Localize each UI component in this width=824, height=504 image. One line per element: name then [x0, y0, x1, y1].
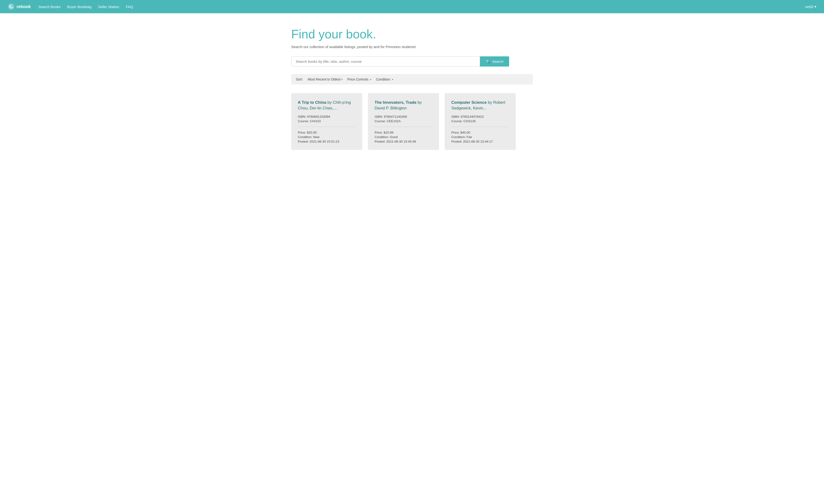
- rebook-logo-icon: [8, 3, 15, 10]
- book-posted: Posted: 2021-08-30 15:45:48: [375, 140, 432, 143]
- user-dropdown-icon: ▾: [815, 4, 816, 9]
- price-chevron-icon: ▾: [370, 78, 371, 81]
- sort-chevron-icon: ▾: [341, 78, 342, 81]
- navbar: rebook Search Books Buyer Bookbag Seller…: [0, 0, 824, 13]
- search-input[interactable]: [291, 56, 480, 67]
- condition-chevron-icon: ▾: [392, 78, 393, 81]
- book-condition: Condition: New: [298, 135, 355, 139]
- book-title: The Innovators, Trade by David P. Billin…: [375, 100, 432, 111]
- book-divider: [375, 127, 432, 127]
- book-course: Course: CHI103: [298, 119, 355, 123]
- sort-label: Sort:: [296, 78, 303, 81]
- book-title: Computer Science by Robert Sedgewick, Ke…: [451, 100, 509, 111]
- hero-title: Find your book.: [291, 27, 533, 41]
- nav-seller-station[interactable]: Seller Station: [98, 5, 119, 9]
- book-course: Course: CEE102A: [375, 119, 432, 123]
- search-bar: 🔍 Search: [291, 56, 509, 67]
- book-price: Price: $10.99: [375, 131, 432, 134]
- book-condition: Condition: Good: [375, 135, 432, 139]
- book-price: Price: $40.00: [451, 131, 509, 134]
- condition-dropdown[interactable]: Condition: ▾: [376, 78, 393, 81]
- search-button[interactable]: 🔍 Search: [480, 56, 509, 67]
- book-isbn: ISBN: 9780134076423: [451, 115, 509, 118]
- sort-value: Most Recent to Oldest: [308, 78, 341, 81]
- nav-buyer-bookbag[interactable]: Buyer Bookbag: [67, 5, 91, 9]
- book-posted: Posted: 2021-08-30 15:51:23: [298, 140, 355, 143]
- price-dropdown[interactable]: Price Controls: ▾: [347, 78, 371, 81]
- search-button-label: Search: [492, 59, 503, 64]
- user-netid: netID: [805, 5, 814, 9]
- svg-point-0: [8, 4, 14, 10]
- main-content: Find your book. Search our collection of…: [282, 13, 542, 169]
- book-condition: Condition: Fair: [451, 135, 509, 139]
- book-title: A Trip to China by Chih-p'ing Chou, Der-…: [298, 100, 355, 111]
- hero-subtitle: Search our collection of available listi…: [291, 45, 533, 49]
- book-posted: Posted: 2021-08-30 15:44:17: [451, 140, 509, 143]
- navbar-links: Search Books Buyer Bookbag Seller Statio…: [38, 5, 805, 9]
- nav-search-books[interactable]: Search Books: [38, 5, 61, 9]
- book-price: Price: $20.00: [298, 131, 355, 134]
- book-course: Course: COS126: [451, 119, 509, 123]
- sort-dropdown[interactable]: Most Recent to Oldest ▾: [308, 78, 343, 81]
- condition-label: Condition:: [376, 78, 391, 81]
- brand-link[interactable]: rebook: [8, 3, 31, 10]
- user-menu[interactable]: netID ▾: [805, 4, 816, 9]
- price-label: Price Controls:: [347, 78, 369, 81]
- book-card[interactable]: The Innovators, Trade by David P. Billin…: [368, 93, 439, 150]
- svg-point-1: [11, 5, 12, 6]
- books-grid: A Trip to China by Chih-p'ing Chou, Der-…: [291, 93, 533, 150]
- book-card[interactable]: A Trip to China by Chih-p'ing Chou, Der-…: [291, 93, 362, 150]
- book-isbn: ISBN: 9780691153094: [298, 115, 355, 118]
- filter-bar: Sort: Most Recent to Oldest ▾ Price Cont…: [291, 74, 533, 85]
- book-divider: [451, 127, 509, 127]
- brand-name: rebook: [17, 4, 31, 9]
- book-divider: [298, 127, 355, 127]
- book-card[interactable]: Computer Science by Robert Sedgewick, Ke…: [445, 93, 516, 150]
- nav-faq[interactable]: FAQ: [126, 5, 133, 9]
- search-icon: 🔍: [486, 59, 490, 64]
- book-isbn: ISBN: 9780471140269: [375, 115, 432, 118]
